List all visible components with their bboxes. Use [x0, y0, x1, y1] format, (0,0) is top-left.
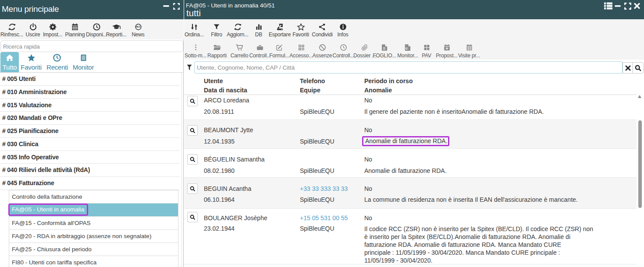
svg-text:MLS: MLS — [136, 26, 140, 28]
